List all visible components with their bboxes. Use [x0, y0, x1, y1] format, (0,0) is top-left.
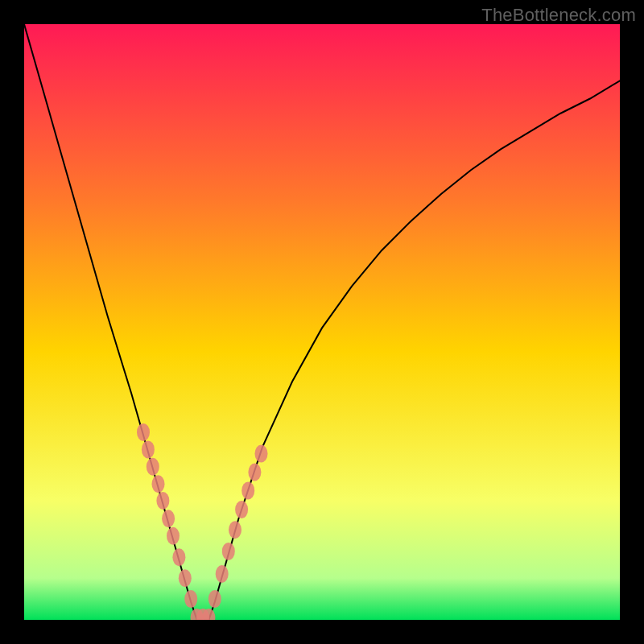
marker-point [162, 510, 175, 527]
marker-point [167, 527, 180, 545]
chart-frame: TheBottleneck.com [0, 0, 644, 644]
marker-point [172, 548, 185, 566]
marker-point [235, 501, 248, 518]
marker-point [255, 445, 268, 463]
marker-point [137, 423, 150, 441]
marker-point [222, 543, 235, 560]
marker-point [152, 475, 165, 493]
watermark-text: TheBottleneck.com [481, 5, 636, 26]
marker-point [216, 565, 229, 583]
marker-point [179, 569, 192, 587]
marker-point [248, 464, 261, 481]
marker-point [156, 492, 169, 510]
bottleneck-plot [24, 24, 620, 620]
plot-background [24, 24, 620, 620]
marker-point [229, 521, 242, 539]
marker-point [147, 458, 159, 476]
marker-point [242, 481, 254, 499]
marker-point [208, 590, 221, 608]
marker-point [142, 440, 155, 458]
marker-point [184, 590, 197, 608]
